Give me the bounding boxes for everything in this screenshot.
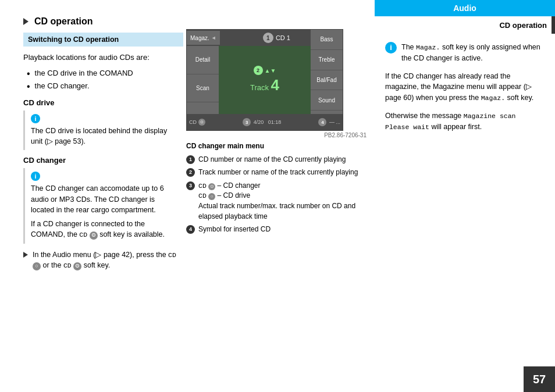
- bullet-icon: •: [27, 69, 30, 79]
- arrow-instruction: In the Audio menu (▷ page 42), press the…: [23, 250, 183, 271]
- cd-desc-list: 1 CD number or name of the CD currently …: [186, 155, 367, 234]
- cd-circle-icon: ⊙: [198, 119, 205, 126]
- header-audio: Audio: [375, 0, 555, 16]
- right-info-icon: i: [385, 42, 397, 54]
- track-num-circle: 2: [254, 66, 263, 75]
- screen-caption: CD changer main menu: [186, 142, 367, 150]
- track-label: Track: [250, 83, 271, 92]
- cd-mono: CD: [79, 231, 87, 238]
- page-number: 57: [533, 373, 546, 386]
- list-item-text: the CD drive in the COMAND: [35, 68, 133, 79]
- info-icon: i: [31, 172, 40, 181]
- cd-drive-icon: ○: [33, 262, 41, 270]
- desc-text: CD ⊙ – CD changer CD ○ – CD drive Actual…: [198, 181, 367, 222]
- screen-bottom-bar: CD ⊙ 3 4/20 01:18 4 — ...: [187, 114, 343, 130]
- bass-button[interactable]: Bass: [311, 30, 343, 50]
- cd1-label: CD 1: [276, 34, 290, 41]
- cd-drive-info-box: i The CD drive is located behind the dis…: [23, 111, 183, 150]
- center-column: Magaz. ◄ 1 CD 1 ► Detail Scan Setting Ba…: [186, 29, 367, 237]
- arrow-instruction-text: In the Audio menu (▷ page 42), press the…: [33, 250, 183, 271]
- track-big-display: Track 4: [250, 76, 279, 94]
- bottom-right: 4 — ...: [318, 118, 340, 126]
- sound-button[interactable]: Sound: [311, 90, 343, 111]
- section-triangle-icon: [23, 18, 29, 25]
- right-info-text-3: Otherwise the message Magazine scanPleas…: [385, 111, 543, 133]
- desc-item-2: 2 Track number or name of the track curr…: [186, 168, 367, 177]
- cd-drive-info-text: The CD drive is located behind the displ…: [31, 126, 179, 147]
- left-arrow-icon: ◄: [211, 35, 216, 41]
- cd-changer-info1: The CD changer can accomodate up to 6 au…: [31, 183, 179, 215]
- cd-changer-info2: If a CD changer is connected to the COMA…: [31, 219, 179, 240]
- playback-locations-list: • the CD drive in the COMAND • the CD ch…: [27, 68, 183, 91]
- desc-item-4: 4 Symbol for inserted CD: [186, 224, 367, 234]
- cd-icon-bottom: CD: [189, 119, 197, 125]
- section-title-text: CD operation: [34, 16, 92, 27]
- cd-changer-sm: ⊙: [208, 183, 215, 190]
- list-item: • the CD changer.: [27, 81, 183, 91]
- desc-num-badge: 3: [186, 181, 195, 190]
- track-num-display: 4: [271, 76, 279, 94]
- desc-num-badge: 2: [186, 168, 195, 177]
- switching-banner: Switching to CD operation: [23, 33, 183, 47]
- section-title: CD operation: [23, 16, 183, 27]
- header-cd-op: CD operation: [375, 16, 555, 34]
- screen-center-display: 2 ▲▼ Track 4: [219, 46, 311, 114]
- desc-num-badge: 4: [186, 225, 195, 234]
- detail-button[interactable]: Detail: [187, 46, 219, 74]
- screen-top-center: 1 CD 1: [263, 33, 290, 43]
- info-icon: i: [31, 114, 40, 123]
- left-column: CD operation Switching to CD operation P…: [23, 16, 183, 276]
- desc-num-badge: 1: [186, 155, 195, 164]
- magaz-button[interactable]: Magaz. ◄: [187, 31, 220, 45]
- right-info-text-2: If the CD changer has already read the m…: [385, 71, 543, 104]
- desc-item-1: 1 CD number or name of the CD currently …: [186, 155, 367, 165]
- page-number-box: 57: [524, 366, 555, 392]
- cd-changer-icon2: ⊙: [73, 262, 81, 270]
- cd-drive-sm: ○: [208, 193, 215, 200]
- desc-text: Track number or name of the track curren…: [198, 168, 358, 177]
- bottom-circle-3: 3 4/20 01:18: [243, 118, 281, 126]
- bottom-left: CD ⊙: [189, 119, 205, 126]
- cd-label: CD: [168, 251, 176, 259]
- elapsed-time: 01:18: [268, 119, 282, 125]
- cd-changer-info-box: i The CD changer can accomodate up to 6 …: [23, 168, 183, 243]
- desc-item-3: 3 CD ⊙ – CD changer CD ○ – CD drive Actu…: [186, 181, 367, 222]
- cd-screen: Magaz. ◄ 1 CD 1 ► Detail Scan Setting Ba…: [186, 29, 343, 131]
- balfad-button[interactable]: Bal/Fad: [311, 70, 343, 91]
- right-info-box-1: i The Magaz. soft key is only assigned w…: [385, 42, 543, 64]
- track-count: 4/20: [254, 119, 264, 125]
- arrow-icon: [23, 252, 28, 258]
- treble-button[interactable]: Treble: [311, 50, 343, 70]
- cd-num-1-circle: 1: [263, 33, 273, 43]
- scan-button[interactable]: Scan: [187, 74, 219, 103]
- bullet-icon: •: [27, 82, 30, 91]
- cd-changer-title: CD changer: [23, 156, 183, 165]
- intro-text: Playback locations for audio CDs are:: [23, 52, 183, 63]
- desc-text: Symbol for inserted CD: [198, 224, 271, 234]
- cd-label2: CD: [63, 262, 72, 269]
- right-panel: i The Magaz. soft key is only assigned w…: [375, 34, 555, 366]
- list-item: • the CD drive in the COMAND: [27, 68, 183, 79]
- header-audio-label: Audio: [453, 3, 476, 13]
- right-info-text-1: The Magaz. soft key is only assigned whe…: [401, 42, 543, 64]
- desc-text: CD number or name of the CD currently pl…: [198, 155, 346, 165]
- screen-ref: PB2.86-7206-31: [186, 132, 367, 138]
- cd-drive-title: CD drive: [23, 98, 183, 107]
- list-item-text: the CD changer.: [35, 81, 90, 91]
- track-num-row: 2 ▲▼: [254, 66, 276, 75]
- header-bar: Audio CD operation: [375, 0, 555, 34]
- header-cd-op-label: CD operation: [499, 21, 547, 30]
- cd-changer-icon: ⊙: [90, 231, 98, 240]
